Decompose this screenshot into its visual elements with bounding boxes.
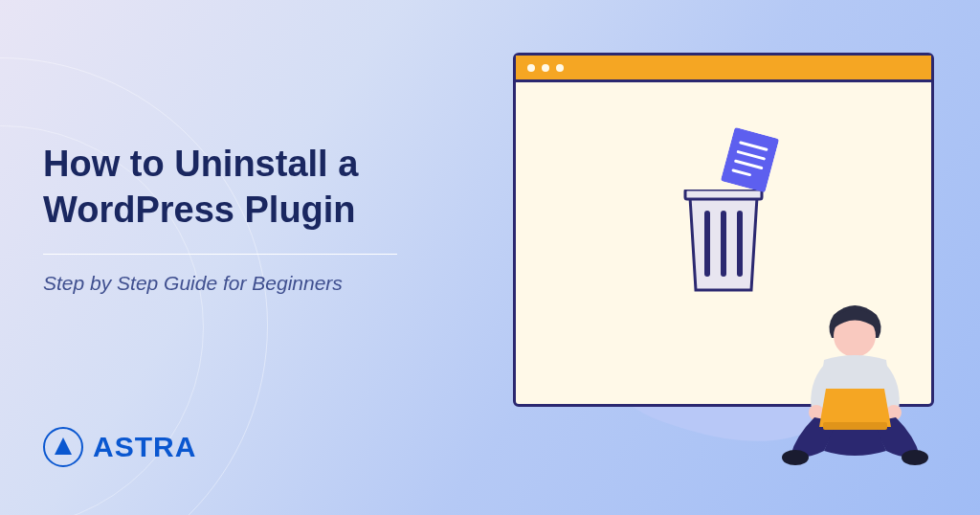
text-content-area: How to Uninstall a WordPress Plugin Step… [43, 142, 445, 295]
logo-text: ASTRA [93, 431, 196, 463]
svg-rect-0 [721, 126, 779, 191]
browser-dot-icon [527, 64, 535, 72]
illustration-area [513, 53, 934, 407]
svg-point-13 [902, 450, 928, 465]
browser-dot-icon [542, 64, 549, 72]
browser-title-bar [516, 56, 931, 82]
page-subtitle: Step by Step Guide for Beginners [43, 272, 445, 295]
document-icon [720, 126, 779, 195]
brand-logo: ASTRA [43, 427, 196, 467]
svg-rect-14 [823, 422, 887, 430]
trash-illustration [680, 190, 767, 299]
page-title: How to Uninstall a WordPress Plugin [43, 142, 445, 233]
logo-triangle-shape [55, 437, 72, 455]
astra-logo-icon [43, 427, 83, 467]
browser-dot-icon [556, 64, 564, 72]
trash-bin-icon [680, 190, 767, 295]
person-with-laptop-icon [762, 288, 948, 479]
title-divider [43, 254, 397, 255]
svg-point-12 [782, 450, 809, 465]
